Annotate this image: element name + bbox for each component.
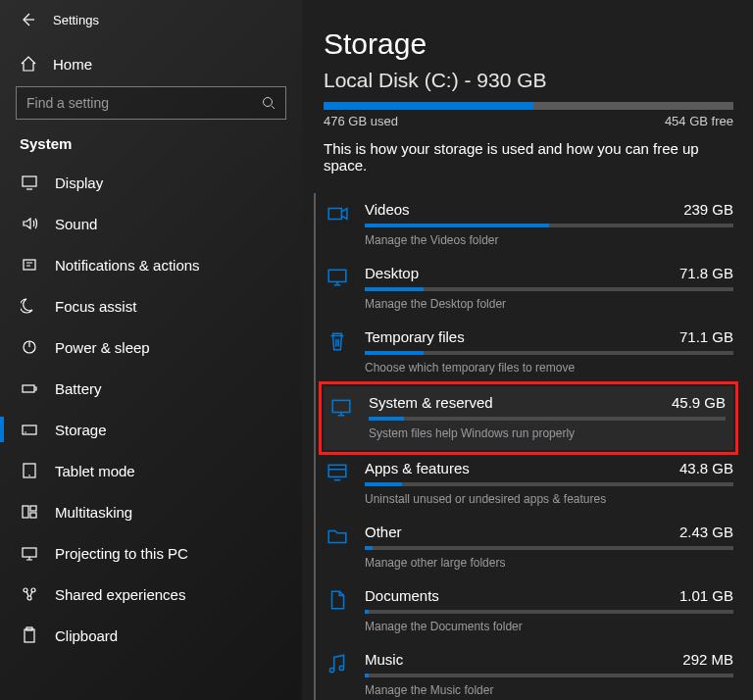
category-sub: Manage the Music folder (365, 683, 733, 697)
category-sub: Manage the Desktop folder (365, 297, 733, 311)
category-name: Apps & features (365, 460, 470, 476)
category-size: 43.8 GB (679, 460, 733, 476)
search-input[interactable] (26, 95, 262, 111)
category-system-reserved[interactable]: System & reserved 45.9 GB System files h… (324, 386, 733, 450)
battery-icon (20, 379, 39, 397)
nav-label: Sound (55, 216, 97, 232)
svg-rect-11 (30, 513, 36, 518)
focus-icon (20, 297, 39, 315)
category-size: 71.8 GB (679, 265, 733, 281)
category-size: 1.01 GB (679, 587, 733, 604)
clipboard-icon (20, 626, 39, 644)
nav-item-clipboard[interactable]: Clipboard (0, 615, 302, 656)
category-sub: Choose which temporary files to remove (365, 361, 733, 375)
category-bar (365, 674, 733, 677)
nav-label: Multitasking (55, 504, 132, 521)
nav-label: Display (55, 175, 103, 191)
free-label: 454 GB free (665, 114, 733, 128)
project-icon (20, 544, 39, 562)
nav-item-sound[interactable]: Sound (0, 203, 302, 244)
category-music[interactable]: Music 292 MB Manage the Music folder (324, 643, 733, 700)
nav-item-multitasking[interactable]: Multitasking (0, 491, 302, 532)
svg-point-8 (28, 475, 30, 476)
nav-label: Battery (55, 380, 102, 397)
nav-item-shared-experiences[interactable]: Shared experiences (0, 574, 302, 615)
nav-item-power-sleep[interactable]: Power & sleep (0, 326, 302, 368)
svg-rect-10 (30, 506, 36, 511)
desktop-icon (324, 265, 351, 311)
nav-item-focus-assist[interactable]: Focus assist (0, 285, 302, 326)
category-sub: Uninstall unused or undesired apps & fea… (365, 492, 733, 506)
category-bar (365, 224, 733, 227)
window-title: Settings (53, 13, 99, 27)
back-button[interactable] (20, 12, 35, 27)
display-icon (20, 174, 39, 191)
disk-usage-bar (324, 102, 733, 110)
apps-icon (324, 460, 351, 506)
category-other[interactable]: Other 2.43 GB Manage other large folders (324, 516, 733, 579)
svg-rect-9 (23, 506, 28, 518)
section-label: System (0, 135, 302, 162)
home-label: Home (53, 56, 92, 73)
disk-usage-fill (324, 102, 533, 110)
category-name: Music (365, 651, 403, 668)
svg-rect-12 (23, 548, 36, 557)
multitask-icon (20, 503, 39, 521)
scrollbar[interactable] (314, 193, 316, 700)
svg-rect-20 (332, 400, 350, 412)
tablet-icon (20, 462, 39, 479)
svg-point-22 (339, 666, 343, 670)
nav-label: Clipboard (55, 627, 118, 644)
nav-item-storage[interactable]: Storage (0, 409, 302, 450)
category-sub: Manage the Documents folder (365, 620, 733, 633)
search-box[interactable] (16, 86, 286, 120)
nav-label: Power & sleep (55, 339, 150, 356)
page-title: Storage (324, 27, 733, 61)
home-nav[interactable]: Home (0, 45, 302, 86)
svg-rect-16 (25, 629, 34, 642)
nav-item-tablet-mode[interactable]: Tablet mode (0, 450, 302, 491)
category-bar (365, 546, 733, 550)
nav-list: DisplaySoundNotifications & actionsFocus… (0, 162, 302, 656)
category-name: Documents (365, 587, 439, 604)
svg-rect-2 (24, 260, 35, 270)
folder-icon (324, 524, 351, 570)
category-size: 2.43 GB (679, 524, 733, 540)
sidebar: Settings Home System DisplaySoundNotific… (0, 0, 302, 700)
category-bar (365, 287, 733, 291)
category-size: 239 GB (683, 201, 733, 218)
category-size: 45.9 GB (672, 394, 726, 411)
category-bar (365, 482, 733, 486)
category-bar (369, 417, 726, 421)
category-temporary-files[interactable]: Temporary files 71.1 GB Choose which tem… (324, 321, 733, 384)
disk-usage-labels: 476 GB used 454 GB free (324, 114, 733, 128)
category-desktop[interactable]: Desktop 71.8 GB Manage the Desktop folde… (324, 257, 733, 321)
category-bar (365, 351, 733, 355)
category-name: Other (365, 524, 402, 540)
svg-rect-1 (23, 176, 36, 186)
category-sub: Manage the Videos folder (365, 233, 733, 247)
system-icon (327, 394, 355, 440)
category-size: 71.1 GB (679, 328, 733, 345)
category-sub: Manage other large folders (365, 556, 733, 570)
category-apps-features[interactable]: Apps & features 43.8 GB Uninstall unused… (324, 452, 733, 516)
svg-rect-4 (23, 385, 34, 392)
svg-point-6 (25, 431, 26, 433)
category-list: Videos 239 GB Manage the Videos folder D… (324, 193, 733, 700)
nav-label: Shared experiences (55, 586, 185, 603)
nav-item-projecting-to-this-pc[interactable]: Projecting to this PC (0, 532, 302, 574)
nav-item-battery[interactable]: Battery (0, 368, 302, 409)
nav-item-display[interactable]: Display (0, 162, 302, 203)
svg-rect-5 (23, 425, 36, 434)
storage-icon (20, 421, 39, 438)
nav-label: Tablet mode (55, 463, 135, 479)
category-size: 292 MB (682, 651, 733, 668)
svg-rect-19 (328, 270, 346, 281)
category-bar (365, 610, 733, 614)
main-content: Storage Local Disk (C:) - 930 GB 476 GB … (302, 0, 753, 700)
used-label: 476 GB used (324, 114, 398, 128)
category-documents[interactable]: Documents 1.01 GB Manage the Documents f… (324, 579, 733, 643)
category-videos[interactable]: Videos 239 GB Manage the Videos folder (324, 193, 733, 257)
nav-label: Notifications & actions (55, 257, 200, 274)
nav-item-notifications-actions[interactable]: Notifications & actions (0, 244, 302, 285)
